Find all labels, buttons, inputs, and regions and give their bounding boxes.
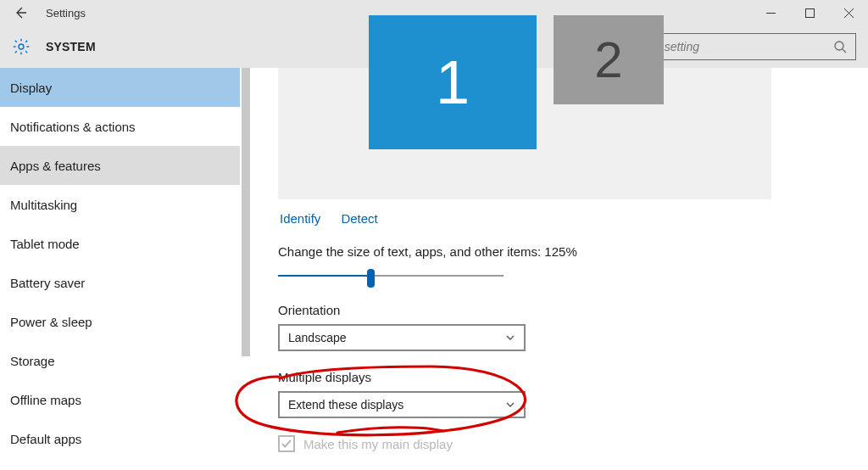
minimize-button[interactable] — [751, 0, 790, 25]
minimize-icon — [766, 8, 776, 18]
detect-link[interactable]: Detect — [341, 211, 377, 226]
sidebar-item-default-apps[interactable]: Default apps — [0, 419, 252, 458]
sidebar: Display Notifications & actions Apps & f… — [0, 68, 253, 470]
main-display-label: Make this my main display — [303, 437, 453, 451]
close-icon — [844, 8, 854, 18]
maximize-button[interactable] — [790, 0, 829, 25]
sidebar-item-offline-maps[interactable]: Offline maps — [0, 380, 252, 419]
scaling-label: Change the size of text, apps, and other… — [278, 244, 868, 259]
section-title: SYSTEM — [46, 40, 96, 53]
orientation-value: Landscape — [288, 331, 347, 344]
sidebar-item-label: Tablet mode — [10, 237, 80, 251]
sidebar-item-label: Offline maps — [10, 393, 81, 407]
display-tile-1[interactable]: 1 — [369, 15, 537, 149]
multiple-displays-select[interactable]: Extend these displays — [278, 391, 526, 418]
main-display-checkbox — [278, 435, 295, 452]
svg-rect-0 — [805, 8, 814, 17]
sidebar-item-multitasking[interactable]: Multitasking — [0, 185, 252, 224]
check-icon — [281, 438, 292, 450]
sidebar-item-battery-saver[interactable]: Battery saver — [0, 263, 252, 302]
search-icon — [833, 40, 847, 53]
identify-link[interactable]: Identify — [280, 211, 320, 226]
gear-icon — [12, 37, 31, 56]
scaling-slider[interactable] — [278, 267, 505, 284]
back-button[interactable] — [0, 0, 41, 25]
slider-thumb[interactable] — [367, 269, 375, 288]
multiple-displays-label: Multiple displays — [278, 370, 868, 384]
sidebar-item-label: Apps & features — [10, 159, 101, 173]
orientation-select[interactable]: Landscape — [278, 324, 526, 351]
sidebar-item-label: Notifications & actions — [10, 120, 136, 134]
window-title: Settings — [46, 7, 86, 20]
svg-point-2 — [835, 42, 843, 50]
sidebar-item-label: Multitasking — [10, 198, 77, 212]
chevron-down-icon — [505, 400, 515, 410]
sidebar-item-apps[interactable]: Apps & features — [0, 146, 252, 185]
close-button[interactable] — [829, 0, 868, 25]
sidebar-item-tablet-mode[interactable]: Tablet mode — [0, 224, 252, 263]
slider-fill — [278, 275, 371, 277]
sidebar-item-label: Storage — [10, 354, 55, 368]
sidebar-scrollbar[interactable] — [240, 68, 252, 470]
sidebar-item-storage[interactable]: Storage — [0, 341, 252, 380]
arrow-left-icon — [13, 5, 28, 20]
display-tile-2[interactable]: 2 — [554, 15, 664, 104]
main-panel: 1 2 Identify Detect Change the size of t… — [253, 68, 868, 470]
chevron-down-icon — [505, 333, 515, 343]
multiple-displays-value: Extend these displays — [288, 398, 403, 411]
main-display-checkbox-row: Make this my main display — [278, 435, 868, 452]
sidebar-scroll-thumb[interactable] — [242, 68, 250, 356]
sidebar-item-display[interactable]: Display — [0, 68, 252, 107]
sidebar-item-label: Battery saver — [10, 276, 85, 290]
svg-point-1 — [19, 44, 24, 49]
sidebar-item-label: Power & sleep — [10, 315, 92, 329]
maximize-icon — [805, 8, 815, 18]
display-arrangement-area[interactable]: 1 2 — [278, 68, 771, 199]
sidebar-item-label: Default apps — [10, 432, 81, 446]
sidebar-item-label: Display — [10, 81, 52, 95]
display-number: 2 — [594, 31, 622, 89]
sidebar-item-notifications[interactable]: Notifications & actions — [0, 107, 252, 146]
display-number: 1 — [436, 48, 470, 117]
sidebar-item-power-sleep[interactable]: Power & sleep — [0, 302, 252, 341]
orientation-label: Orientation — [278, 303, 868, 317]
